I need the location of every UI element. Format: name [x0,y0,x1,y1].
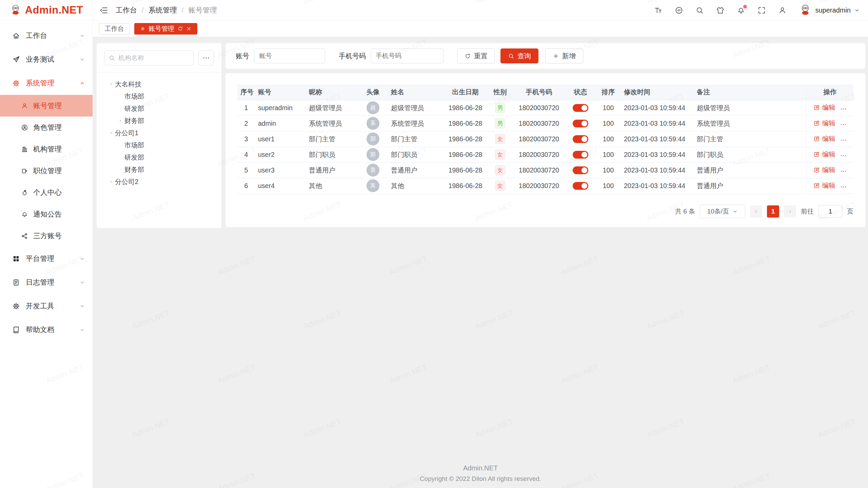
phone-cell: 18020030720 [513,178,565,194]
font-size-button[interactable] [654,6,663,15]
prev-page-button[interactable] [750,205,762,218]
edit-button[interactable]: 编辑 [813,150,835,159]
tree-caret[interactable] [116,119,124,123]
row-more-button[interactable] [840,168,847,175]
language-button[interactable]: 中 [675,6,683,15]
user-outline-button[interactable] [778,6,787,15]
tree-node-市场部[interactable]: 市场部 [99,139,219,151]
tree-node-财务部[interactable]: 财务部 [99,163,219,176]
tree-node-研发部[interactable]: 研发部 [99,151,219,163]
org-search-input[interactable] [118,54,189,62]
add-button[interactable]: 新增 [545,48,583,63]
tree-node-分公司2[interactable]: 分公司2 [99,176,219,188]
sidebar-subitem-角色管理[interactable]: 角色管理 [0,117,93,138]
seq-cell: 5 [237,162,255,178]
reset-button[interactable]: 重置 [457,48,495,63]
birth-cell: 1986-06-28 [443,178,488,194]
status-toggle-on[interactable] [573,182,588,190]
tab-2[interactable]: 账号管理 [134,23,197,35]
row-more-button[interactable] [840,152,847,159]
sidebar-subitem-通知公告[interactable]: 通知公告 [0,203,93,225]
tab-refresh-icon[interactable] [177,26,183,32]
filter-bar: 账号 手机号码 重置 查询 新增 [225,43,865,69]
notification-dot [743,5,747,8]
edit-button[interactable]: 编辑 [813,181,835,190]
seq-cell: 3 [237,131,255,147]
row-more-button[interactable] [840,121,847,128]
sidebar-subitem-账号管理[interactable]: 账号管理 [0,95,93,117]
topbar-actions: 中 superadmin [654,3,860,17]
avatar: 部 [367,133,379,145]
sidebar-item-平台管理[interactable]: 平台管理 [0,247,93,270]
tree-caret[interactable] [107,131,115,135]
gender-badge: 女 [495,134,505,144]
close-icon [186,26,192,32]
status-cell [565,116,596,131]
tree-node-分公司1[interactable]: 分公司1 [99,127,219,139]
tree-node-市场部[interactable]: 市场部 [99,90,219,102]
gender-badge: 女 [495,149,505,160]
birth-cell: 1986-06-28 [443,162,488,178]
edit-icon [813,120,820,126]
breadcrumb-item[interactable]: 账号管理 [189,5,217,15]
sidebar-subitem-三方账号[interactable]: 三方账号 [0,225,93,247]
row-more-button[interactable] [840,184,847,190]
edit-button[interactable]: 编辑 [813,103,835,112]
page-size-select[interactable]: 10条/页 [700,205,745,218]
tab-1[interactable]: 工作台 [99,23,130,35]
sidebar-item-业务测试[interactable]: 业务测试 [0,47,93,71]
edit-icon [813,136,820,142]
sidebar-subitem-职位管理[interactable]: 职位管理 [0,160,93,182]
account-cell: admin [255,116,306,131]
sidebar-item-开发工具[interactable]: 开发工具 [0,294,93,318]
menu-fold-icon[interactable] [100,6,108,15]
phone-input[interactable] [371,48,443,63]
status-toggle-on[interactable] [573,166,588,174]
tree-node-label: 研发部 [124,104,144,113]
doc-icon [12,326,20,334]
breadcrumb-item[interactable]: 工作台 [116,5,137,15]
tree-caret[interactable] [107,82,115,86]
edit-button[interactable]: 编辑 [813,119,835,128]
row-more-button[interactable] [840,106,847,112]
monk-avatar-icon [9,3,22,16]
sidebar-item-日志管理[interactable]: 日志管理 [0,270,93,294]
tree-node-财务部[interactable]: 财务部 [99,115,219,127]
search-button[interactable] [695,6,704,15]
birth-cell: 1986-06-28 [443,147,488,162]
grid-icon [12,255,20,263]
nickname-cell: 部门主管 [306,131,358,147]
sidebar-subitem-机构管理[interactable]: 机构管理 [0,138,93,160]
tree-node-研发部[interactable]: 研发部 [99,102,219,115]
edit-label: 编辑 [822,103,835,112]
org-more-button[interactable] [198,50,214,65]
tab-close-icon[interactable] [186,26,192,32]
goto-page-input[interactable] [818,205,842,218]
sidebar-item-工作台[interactable]: 工作台 [0,24,93,47]
column-header-birth: 出生日期 [443,84,488,100]
user-dropdown[interactable]: superadmin [799,3,860,17]
sidebar-subitem-个人中心[interactable]: 个人中心 [0,182,93,203]
status-toggle-on[interactable] [573,151,588,159]
sidebar-item-帮助文档[interactable]: 帮助文档 [0,318,93,342]
status-toggle-on[interactable] [573,104,588,112]
theme-shirt-button[interactable] [716,6,725,15]
row-more-button[interactable] [840,137,847,143]
next-page-button[interactable] [784,205,796,218]
avatar: 其 [367,179,379,192]
status-toggle-on[interactable] [573,135,588,143]
account-input[interactable] [254,48,325,63]
breadcrumb-item[interactable]: 系统管理 [149,5,177,15]
notification-bell-button[interactable] [737,6,745,15]
seq-cell: 6 [237,178,255,194]
current-page-button[interactable]: 1 [767,205,779,218]
table-row: 5user3普通用户普普通用户1986-06-28女18020030720100… [237,162,853,178]
status-toggle-on[interactable] [573,120,588,127]
sidebar-item-系统管理[interactable]: 系统管理 [0,71,93,95]
edit-button[interactable]: 编辑 [813,165,835,175]
fullscreen-button[interactable] [757,6,766,15]
tree-caret[interactable] [107,180,115,184]
search-button[interactable]: 查询 [500,48,538,63]
edit-button[interactable]: 编辑 [813,134,835,143]
tree-node-大名科技[interactable]: 大名科技 [99,78,219,90]
